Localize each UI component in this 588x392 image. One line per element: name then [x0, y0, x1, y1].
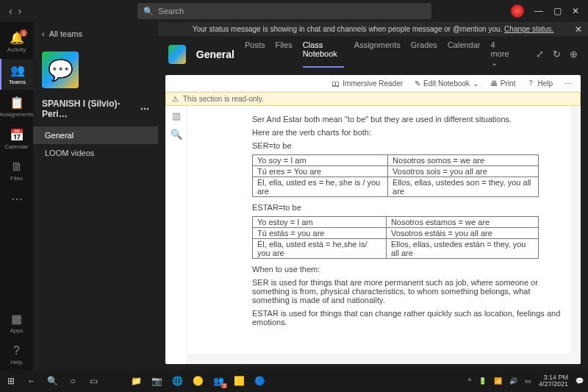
minimize-icon[interactable]: —	[534, 6, 543, 16]
rail-help[interactable]: ? Help	[0, 340, 33, 370]
back-icon[interactable]: ‹	[9, 5, 12, 17]
taskview-icon[interactable]: ▭	[87, 374, 100, 388]
app-icon[interactable]: 🟨	[232, 374, 245, 388]
rail-apps[interactable]: ▦ Apps	[0, 307, 33, 338]
globe-icon[interactable]: ⊕	[570, 49, 578, 60]
activity-badge: 3	[20, 29, 27, 37]
page-content: Ser And Estar both mean "to be" but they…	[187, 106, 581, 364]
team-name: SPANISH I (Silvio)-Peri…	[42, 99, 140, 119]
camera-icon[interactable]: 📷	[150, 374, 163, 388]
more-button[interactable]: ⋯	[564, 79, 572, 88]
forward-icon[interactable]: ›	[18, 5, 22, 17]
rail-label: Assignments	[0, 111, 33, 118]
teams-badge: 3	[221, 383, 227, 388]
app-rail: 3 🔔 Activity 👥 Teams 📋 Assignments 📅 Cal…	[0, 22, 33, 370]
cell: Tú estás = you are	[253, 228, 387, 239]
status-close-icon[interactable]: ✕	[575, 24, 582, 35]
status-message-bar: Your status message is showing in chat a…	[158, 22, 588, 36]
close-icon[interactable]: ✕	[572, 6, 579, 16]
team-name-row[interactable]: SPANISH I (Silvio)-Peri… ⋯	[33, 94, 158, 126]
channel-general[interactable]: General	[33, 126, 158, 144]
ser-table: Yo soy = I amNosotros somos = we are Tú …	[252, 154, 539, 197]
back-icon[interactable]: ←	[25, 374, 38, 388]
refresh-icon[interactable]: ↻	[553, 49, 561, 60]
apps-icon: ▦	[11, 312, 22, 326]
rail-teams[interactable]: 👥 Teams	[0, 59, 33, 90]
start-icon[interactable]: ⊞	[4, 374, 18, 388]
date-text: 4/27/2021	[539, 381, 568, 388]
scrollbar-vertical[interactable]	[570, 106, 581, 354]
maximize-icon[interactable]: ▢	[553, 6, 562, 16]
search-icon[interactable]: 🔍	[46, 374, 59, 388]
scrollbar-horizontal[interactable]	[187, 354, 581, 364]
tab-files[interactable]: Files	[275, 40, 292, 68]
channel-loom[interactable]: LOOM videos	[33, 144, 158, 162]
tab-posts[interactable]: Posts	[245, 40, 265, 68]
tab-calendar[interactable]: Calendar	[448, 40, 481, 68]
cell: Él, ella, usted está = he,she is/ you ar…	[253, 239, 387, 259]
cell: Tú eres = You are	[253, 166, 388, 177]
search-input[interactable]: 🔍 Search	[137, 3, 431, 19]
volume-icon[interactable]: 🔊	[509, 377, 517, 385]
onenote-frame: 🕮Immersive Reader ✎Edit Notebook ⌄ 🖶Prin…	[165, 75, 581, 364]
tab-more[interactable]: 4 more ⌄	[491, 40, 515, 68]
tab-class-notebook[interactable]: Class Notebook	[303, 40, 344, 68]
language-icon[interactable]: ▭	[525, 377, 531, 385]
change-status-link[interactable]: Change status.	[504, 25, 553, 33]
explorer-icon[interactable]: 📁	[129, 374, 143, 388]
cell: Vosotros estáis = you all are	[386, 228, 538, 239]
toolbar-label: Print	[501, 79, 516, 88]
search-icon: 🔍	[143, 7, 154, 16]
chevron-left-icon: ‹	[42, 29, 45, 38]
channel-tabs: Posts Files Class Notebook Assignments G…	[245, 40, 515, 68]
files-icon: 🗎	[11, 160, 23, 174]
edit-notebook-button[interactable]: ✎Edit Notebook ⌄	[415, 79, 478, 88]
pencil-icon: ✎	[415, 79, 420, 88]
help-button[interactable]: ？Help	[527, 78, 553, 88]
teams-taskbar-icon[interactable]: 👥3	[212, 374, 225, 388]
chrome-icon[interactable]: 🟡	[191, 374, 204, 388]
back-label: All teams	[49, 29, 82, 38]
chevron-down-icon: ⌄	[473, 79, 478, 88]
search-icon[interactable]: 🔍	[171, 129, 182, 140]
search-placeholder: Search	[158, 7, 184, 15]
edge-icon[interactable]: 🌐	[171, 374, 184, 388]
sections-icon[interactable]: ▥	[172, 110, 181, 121]
paragraph: Here are the verb charts for both:	[252, 128, 564, 137]
table-title: ESTAR=to be	[252, 203, 564, 212]
notifications-icon[interactable]: 💬	[576, 377, 584, 385]
table-title: SER=to be	[252, 141, 564, 150]
rail-label: Files	[10, 175, 23, 182]
rail-more[interactable]: ⋯	[0, 188, 33, 212]
wifi-icon[interactable]: 📶	[494, 377, 502, 385]
print-icon: 🖶	[490, 79, 498, 88]
battery-icon[interactable]: 🔋	[478, 377, 487, 385]
tab-assignments[interactable]: Assignments	[354, 40, 401, 68]
clock[interactable]: 3:14 PM 4/27/2021	[539, 374, 568, 388]
team-panel: ‹ All teams 💬 SPANISH I (Silvio)-Peri… ⋯…	[33, 22, 158, 370]
immersive-reader-button[interactable]: 🕮Immersive Reader	[332, 79, 403, 88]
back-all-teams[interactable]: ‹ All teams	[33, 22, 158, 46]
immersive-icon: 🕮	[332, 79, 340, 88]
app-icon[interactable]: 🔵	[253, 374, 266, 388]
avatar[interactable]	[511, 4, 524, 18]
team-tile[interactable]: 💬	[33, 46, 158, 94]
more-icon[interactable]: ⋯	[140, 104, 149, 114]
expand-icon[interactable]: ⤢	[536, 49, 544, 60]
warning-icon: ⚠	[172, 95, 179, 103]
rail-assignments[interactable]: 📋 Assignments	[0, 91, 33, 122]
cell: Ellos, ellas, ustedes están = they, you …	[386, 239, 538, 259]
toolbar-label: Edit Notebook	[423, 79, 470, 88]
tray-up-icon[interactable]: ^	[468, 377, 471, 385]
print-button[interactable]: 🖶Print	[490, 79, 516, 88]
rail-calendar[interactable]: 📅 Calendar	[0, 124, 33, 154]
help-icon: ？	[527, 78, 534, 88]
toolbar-label: Immersive Reader	[343, 79, 403, 88]
tab-grades[interactable]: Grades	[411, 40, 437, 68]
cortana-icon[interactable]: ○	[66, 374, 79, 388]
assignments-icon: 📋	[10, 96, 24, 110]
rail-activity[interactable]: 3 🔔 Activity	[0, 26, 33, 57]
rail-label: Activity	[7, 46, 26, 53]
cell: Nosotros somos = we are	[388, 155, 539, 166]
rail-files[interactable]: 🗎 Files	[0, 156, 33, 186]
